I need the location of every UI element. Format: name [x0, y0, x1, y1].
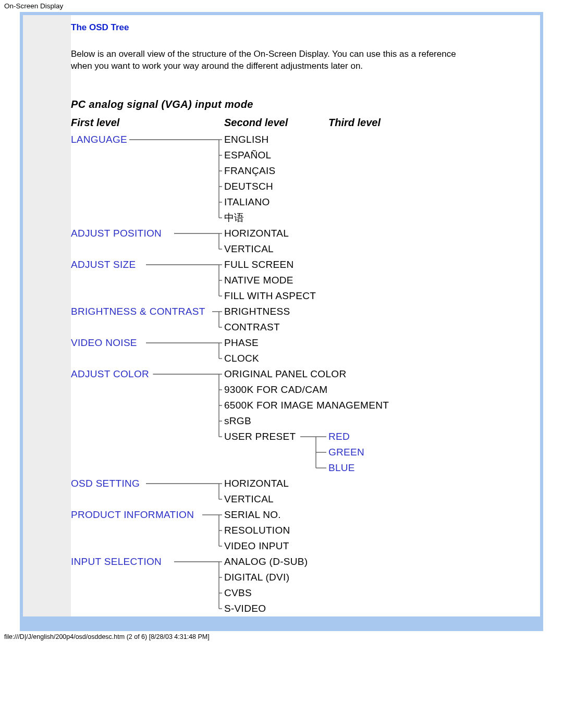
first-level-item: VIDEO NOISE [71, 335, 137, 351]
second-level-item: DEUTSCH [224, 179, 273, 194]
blue-band: The OSD Tree Below is an overall view of… [20, 12, 543, 631]
second-level-item: 中语 [224, 210, 244, 226]
tree-mode-heading: PC analog signal (VGA) input mode [71, 98, 540, 110]
second-level-label: RESOLUTION [224, 525, 290, 536]
second-level-label: sRGB [224, 415, 251, 426]
second-level-item: VIDEO INPUT [224, 538, 289, 554]
first-level-label: ADJUST SIZE [71, 257, 136, 273]
second-level-item: S-VIDEO [224, 601, 266, 616]
first-level-item: ADJUST COLOR [71, 366, 149, 382]
second-level-label: S-VIDEO [224, 603, 266, 614]
level-1-header: First level [71, 117, 224, 129]
second-level-label: HORIZONTAL [224, 228, 289, 239]
second-level-item: CONTRAST [224, 319, 280, 335]
second-level-label: 中语 [224, 212, 244, 223]
second-level-label: CLOCK [224, 353, 259, 364]
second-level-label: FILL WITH ASPECT [224, 290, 316, 301]
first-level-item: PRODUCT INFORMATION [71, 507, 194, 523]
second-level-label: ANALOG (D-SUB) [224, 556, 308, 567]
second-level-label: FRANÇAIS [224, 165, 275, 176]
third-level-item: BLUE [328, 460, 355, 476]
intro-text: Below is an overall view of the structur… [71, 48, 472, 72]
osd-tree: LANGUAGEENGLISHESPAÑOLFRANÇAISDEUTSCHITA… [71, 132, 540, 616]
first-level-label: INPUT SELECTION [71, 554, 162, 570]
second-level-item: 9300K FOR CAD/CAM [224, 382, 327, 398]
second-level-label: HORIZONTAL [224, 478, 289, 489]
second-level-item: DIGITAL (DVI) [224, 570, 289, 585]
second-level-label: VERTICAL [224, 493, 274, 504]
second-level-label: VIDEO INPUT [224, 540, 289, 551]
second-level-label: VERTICAL [224, 243, 274, 254]
second-level-item: SERIAL NO. [224, 507, 281, 523]
second-level-label: PHASE [224, 337, 259, 348]
first-level-label: OSD SETTING [71, 476, 140, 491]
second-level-label: DEUTSCH [224, 181, 273, 192]
second-level-item: ESPAÑOL [224, 147, 271, 163]
second-level-label: ESPAÑOL [224, 150, 271, 161]
second-level-label: NATIVE MODE [224, 275, 293, 286]
second-level-item: USER PRESET [224, 429, 296, 445]
second-level-item: VERTICAL [224, 241, 274, 257]
second-level-item: ORIGINAL PANEL COLOR [224, 366, 346, 382]
third-level-label: BLUE [328, 462, 355, 473]
second-level-item: NATIVE MODE [224, 273, 293, 288]
second-level-item: FULL SCREEN [224, 257, 294, 273]
first-level-item: OSD SETTING [71, 476, 140, 491]
second-level-label: 9300K FOR CAD/CAM [224, 384, 327, 395]
third-level-label: GREEN [328, 447, 364, 458]
first-level-label: ADJUST COLOR [71, 366, 149, 382]
second-level-item: RESOLUTION [224, 523, 290, 538]
second-level-label: BRIGHTNESS [224, 306, 290, 317]
second-level-item: PHASE [224, 335, 259, 351]
second-level-label: ITALIANO [224, 196, 270, 207]
first-level-label: PRODUCT INFORMATION [71, 507, 194, 523]
first-level-item: LANGUAGE [71, 132, 127, 147]
left-gutter [23, 15, 71, 616]
second-level-label: ORIGINAL PANEL COLOR [224, 368, 346, 379]
second-level-label: SERIAL NO. [224, 509, 281, 520]
bottom-blue-strip [388, 616, 482, 628]
page-footer: file:///D|/J/english/200p4/osd/osddesc.h… [0, 631, 563, 643]
third-level-item: GREEN [328, 445, 364, 460]
second-level-label: CVBS [224, 587, 252, 598]
second-level-item: 6500K FOR IMAGE MANAGEMENT [224, 398, 389, 413]
second-level-label: 6500K FOR IMAGE MANAGEMENT [224, 400, 389, 411]
second-level-item: CLOCK [224, 351, 259, 366]
level-3-header: Third level [328, 117, 381, 129]
third-level-item: RED [328, 429, 350, 445]
second-level-item: ANALOG (D-SUB) [224, 554, 308, 570]
second-level-item: HORIZONTAL [224, 226, 289, 241]
second-level-item: FILL WITH ASPECT [224, 288, 316, 304]
level-2-header: Second level [224, 117, 328, 129]
first-level-item: ADJUST POSITION [71, 226, 162, 241]
second-level-item: FRANÇAIS [224, 163, 275, 179]
first-level-item: INPUT SELECTION [71, 554, 162, 570]
second-level-label: FULL SCREEN [224, 259, 294, 270]
second-level-item: sRGB [224, 413, 251, 429]
second-level-item: HORIZONTAL [224, 476, 289, 491]
first-level-label: LANGUAGE [71, 132, 127, 147]
third-level-label: RED [328, 431, 350, 442]
second-level-item: ITALIANO [224, 194, 270, 210]
second-level-label: USER PRESET [224, 431, 296, 442]
first-level-item: BRIGHTNESS & CONTRAST [71, 304, 205, 319]
second-level-item: CVBS [224, 585, 252, 601]
second-level-label: ENGLISH [224, 134, 269, 145]
first-level-item: ADJUST SIZE [71, 257, 136, 273]
second-level-item: VERTICAL [224, 491, 274, 507]
section-title: The OSD Tree [71, 22, 540, 33]
page-header: On-Screen Display [0, 0, 563, 12]
second-level-item: BRIGHTNESS [224, 304, 290, 319]
second-level-label: DIGITAL (DVI) [224, 572, 289, 583]
first-level-label: ADJUST POSITION [71, 226, 162, 241]
first-level-label: VIDEO NOISE [71, 335, 137, 351]
level-headers: First level Second level Third level [71, 117, 540, 129]
second-level-item: ENGLISH [224, 132, 269, 147]
second-level-label: CONTRAST [224, 322, 280, 332]
first-level-label: BRIGHTNESS & CONTRAST [71, 304, 205, 319]
